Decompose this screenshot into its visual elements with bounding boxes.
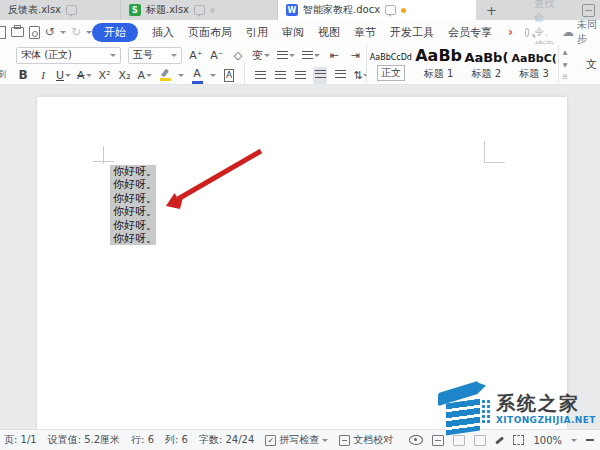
align-left-button[interactable] <box>253 67 267 84</box>
cloud-sync-status[interactable]: ☁ 未同步 <box>562 18 600 46</box>
font-color-icon: A <box>193 67 201 80</box>
tab-view[interactable]: 视图 <box>318 25 340 40</box>
text-line[interactable]: 你好呀。 <box>110 192 156 205</box>
page-view-icon[interactable] <box>453 435 465 446</box>
new-tab-button[interactable]: + <box>476 0 507 20</box>
align-right-button[interactable] <box>293 67 307 84</box>
document-page[interactable]: 你好呀。 你好呀。 你好呀。 你好呀。 你好呀。 你好呀。 <box>37 97 567 429</box>
tab-feedback-xlsx[interactable]: 反馈表.xlsx <box>0 0 121 20</box>
zoom-caret-icon[interactable] <box>571 439 577 442</box>
justify-button[interactable] <box>313 67 327 84</box>
comment-bubble-icon <box>194 5 205 15</box>
tab-insert[interactable]: 插入 <box>152 25 174 40</box>
tab-page-layout[interactable]: 页面布局 <box>188 25 232 40</box>
print-icon[interactable] <box>11 27 24 37</box>
format-painter-button[interactable]: 刷 <box>0 68 14 81</box>
shrink-font-button[interactable]: A⁻ <box>210 47 224 64</box>
eye-protection-icon[interactable] <box>409 435 423 445</box>
tab-list-icon[interactable] <box>582 4 595 17</box>
text-line[interactable]: 你好呀。 <box>110 178 156 191</box>
character-border-button[interactable]: A <box>222 67 236 84</box>
margin-mark <box>484 141 485 163</box>
underline-button[interactable]: U <box>56 67 71 84</box>
more-styles-icon[interactable]: ☰ <box>559 70 571 83</box>
highlight-color-button[interactable] <box>158 67 172 84</box>
font-size-select[interactable]: 五号 <box>128 47 182 64</box>
text-line[interactable]: 你好呀。 <box>110 205 156 218</box>
highlight-color-swatch <box>160 78 171 81</box>
tab-home[interactable]: 开始 <box>92 23 138 42</box>
decrease-indent-button[interactable]: ⇤ <box>327 47 341 64</box>
chevron-down-icon <box>264 54 270 57</box>
chevron-down-icon <box>146 74 152 77</box>
pinyin-guide-button[interactable]: 变 <box>252 47 270 64</box>
doc-proof-button[interactable]: 文档校对 <box>339 433 393 447</box>
undo-caret-icon[interactable] <box>60 31 66 34</box>
align-center-button[interactable] <box>273 67 287 84</box>
zoom-out-icon[interactable] <box>586 439 594 441</box>
margin-mark <box>484 162 505 163</box>
clear-formatting-button[interactable]: ◇ <box>231 47 245 64</box>
web-view-icon[interactable] <box>474 435 486 446</box>
numbered-list-button[interactable] <box>302 47 320 64</box>
tab-label: 标题.xlsx <box>146 3 189 17</box>
text-line[interactable]: 你好呀。 <box>110 232 156 245</box>
checkbox-checked-icon: ✓ <box>265 435 276 446</box>
undo-icon[interactable]: ↺ <box>45 26 55 38</box>
spell-check-toggle[interactable]: ✓ 拼写检查 <box>265 433 328 447</box>
style-normal[interactable]: AaBbCcDd 正文 <box>367 45 415 83</box>
align-center-icon <box>275 71 286 79</box>
style-heading-2[interactable]: AaBb( 标题 2 <box>463 45 511 83</box>
tab-references[interactable]: 引用 <box>246 25 268 40</box>
bold-button[interactable]: B <box>16 67 30 84</box>
comment-bubble-icon <box>66 5 77 15</box>
style-heading-3[interactable]: AaBbC( 标题 3 <box>510 45 558 83</box>
text-line[interactable]: 你好呀。 <box>110 219 156 232</box>
distribute-button[interactable] <box>333 67 347 84</box>
tab-review[interactable]: 审阅 <box>282 25 304 40</box>
unsaved-dot <box>401 8 406 13</box>
more-tabs-arrow-icon[interactable]: › <box>508 25 513 39</box>
column-indicator: 列: 6 <box>165 433 188 447</box>
style-heading-1[interactable]: AaBb 标题 1 <box>415 45 463 83</box>
highlight-pen-icon <box>161 69 169 78</box>
italic-button[interactable]: I <box>36 67 50 84</box>
text-line[interactable]: 你好呀。 <box>110 165 156 178</box>
fit-page-icon[interactable] <box>513 435 524 445</box>
font-color-button[interactable]: A <box>190 67 204 84</box>
superscript-button[interactable]: X² <box>98 67 112 84</box>
scroll-down-icon[interactable]: ▼ <box>559 58 571 71</box>
chevron-down-icon <box>110 54 116 57</box>
read-mode-icon[interactable] <box>432 435 444 446</box>
align-left-icon <box>255 71 266 79</box>
cloud-icon: ☁ <box>562 25 574 39</box>
save-icon[interactable] <box>0 26 6 39</box>
spell-check-label: 拼写检查 <box>279 433 319 447</box>
chevron-down-icon[interactable] <box>178 74 184 77</box>
text-effects-button[interactable]: A <box>138 67 153 84</box>
side-panel-label[interactable]: 文 <box>586 57 597 72</box>
ink-pen-icon[interactable] <box>496 436 505 444</box>
chevron-down-icon[interactable] <box>210 74 216 77</box>
scroll-up-icon[interactable]: ▲ <box>559 45 571 58</box>
grow-font-button[interactable]: A⁺ <box>189 47 203 64</box>
tab-smart-home-tutorial-docx[interactable]: W 智能家教程.docx <box>278 0 476 20</box>
strikethrough-button[interactable]: A <box>77 67 92 84</box>
tab-developer[interactable]: 开发工具 <box>390 25 434 40</box>
bullet-list-button[interactable] <box>277 47 295 64</box>
redo-icon[interactable]: ↻ <box>71 26 81 38</box>
tab-title-xlsx[interactable]: S 标题.xlsx <box>121 0 278 20</box>
style-label: 标题 2 <box>469 67 505 81</box>
tab-member-exclusive[interactable]: 会员专享 <box>448 25 492 40</box>
emphasis-row: B I U A X² X₂ A A <box>16 65 415 85</box>
zoom-level[interactable]: 100% <box>533 435 562 446</box>
subscript-button[interactable]: X₂ <box>118 67 132 84</box>
document-area[interactable]: 你好呀。 你好呀。 你好呀。 你好呀。 你好呀。 你好呀。 <box>0 85 600 429</box>
selected-text-block[interactable]: 你好呀。 你好呀。 你好呀。 你好呀。 你好呀。 你好呀。 <box>110 165 156 245</box>
comment-bubble-icon <box>385 5 396 15</box>
increase-indent-button[interactable]: ⇥ <box>348 47 362 64</box>
word-count[interactable]: 字数: 24/24 <box>199 433 254 447</box>
print-preview-icon[interactable] <box>29 26 40 39</box>
tab-section[interactable]: 章节 <box>354 25 376 40</box>
font-name-select[interactable]: 宋体 (正文) <box>16 47 121 64</box>
